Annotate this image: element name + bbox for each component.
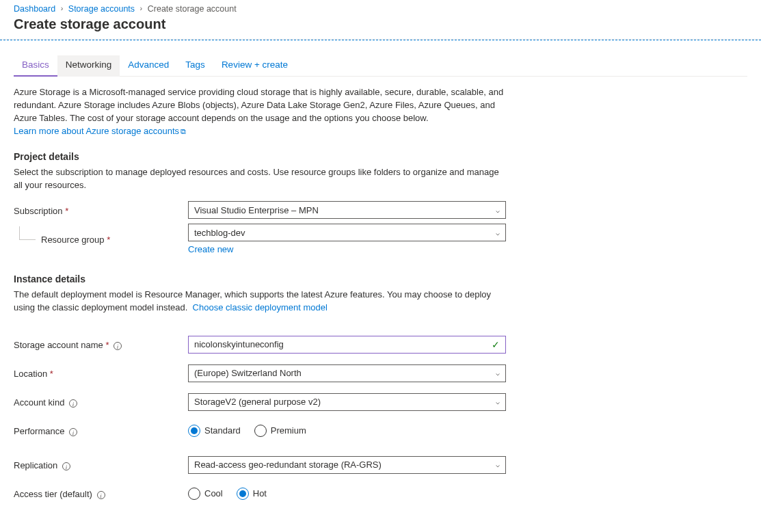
label-performance: Performance i [14,425,188,436]
input-storage-name[interactable]: nicolonskyintuneconfig ✓ [188,336,506,354]
label-location: Location * [14,367,188,379]
radio-tier-cool[interactable]: Cool [188,488,223,500]
tab-review-create[interactable]: Review + create [213,55,296,77]
info-icon[interactable]: i [114,342,122,350]
breadcrumb-dashboard[interactable]: Dashboard [14,4,55,14]
section-heading-instance: Instance details [14,274,506,284]
intro-text: Azure Storage is a Microsoft-managed ser… [14,86,506,137]
section-heading-project: Project details [14,151,506,162]
label-storage-name: Storage account name * i [14,338,188,350]
breadcrumb-current: Create storage account [148,4,237,14]
chevron-right-icon: › [61,4,64,12]
radio-performance-premium[interactable]: Premium [254,425,306,437]
tab-bar: Basics Networking Advanced Tags Review +… [14,55,747,77]
chevron-right-icon: › [140,4,143,12]
label-replication: Replication i [14,459,188,470]
radio-tier-hot[interactable]: Hot [237,488,267,500]
section-desc-instance: The default deployment model is Resource… [14,289,506,315]
label-account-kind: Account kind i [14,396,188,408]
external-link-icon: ⧉ [181,127,186,135]
select-subscription[interactable]: Visual Studio Enterprise – MPN ⌵ [188,201,506,219]
radio-performance-standard[interactable]: Standard [188,425,241,437]
learn-more-link[interactable]: Learn more about Azure storage accounts⧉ [14,126,186,136]
label-resource-group: Resource group * [14,233,188,245]
page-title: Create storage account [0,16,761,39]
link-create-new-rg[interactable]: Create new [188,244,233,254]
radio-group-performance: Standard Premium [188,421,506,440]
info-icon[interactable]: i [97,491,105,499]
link-classic-model[interactable]: Choose classic deployment model [193,302,328,312]
tab-networking[interactable]: Networking [57,55,120,77]
chevron-down-icon: ⌵ [496,461,500,468]
breadcrumb-storage-accounts[interactable]: Storage accounts [68,4,135,14]
chevron-down-icon: ⌵ [496,229,500,237]
breadcrumb: Dashboard › Storage accounts › Create st… [0,0,761,16]
tab-advanced[interactable]: Advanced [120,55,177,77]
check-icon: ✓ [492,339,500,350]
info-icon[interactable]: i [62,462,70,470]
chevron-down-icon: ⌵ [496,398,500,405]
label-access-tier: Access tier (default) i [14,488,188,499]
chevron-down-icon: ⌵ [496,369,500,377]
tree-connector-icon [19,226,36,240]
label-subscription: Subscription * [14,204,188,216]
select-account-kind[interactable]: StorageV2 (general purpose v2) ⌵ [188,393,506,411]
select-resource-group[interactable]: techblog-dev ⌵ [188,224,506,241]
info-icon[interactable]: i [69,428,77,436]
radio-group-access-tier: Cool Hot [188,484,506,503]
chevron-down-icon: ⌵ [496,207,500,214]
select-replication[interactable]: Read-access geo-redundant storage (RA-GR… [188,456,506,474]
tab-tags[interactable]: Tags [177,55,213,77]
info-icon[interactable]: i [69,399,77,408]
tab-basics[interactable]: Basics [14,55,57,77]
select-location[interactable]: (Europe) Switzerland North ⌵ [188,364,506,382]
section-desc-project: Select the subscription to manage deploy… [14,166,506,192]
